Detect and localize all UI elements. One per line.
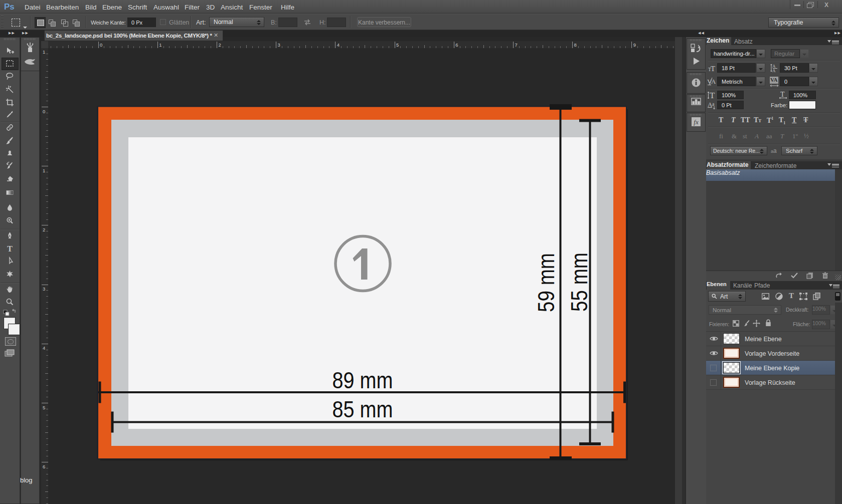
svg-text:7: 7 bbox=[515, 42, 517, 48]
svg-text:T: T bbox=[710, 91, 715, 100]
svg-text:1: 1 bbox=[159, 42, 161, 48]
svg-text:85 mm: 85 mm bbox=[332, 396, 393, 422]
svg-text:3: 3 bbox=[43, 286, 45, 292]
svg-text:2: 2 bbox=[218, 42, 221, 48]
svg-text:4: 4 bbox=[43, 345, 45, 351]
svg-text:89 mm: 89 mm bbox=[332, 367, 393, 393]
svg-text:5: 5 bbox=[396, 42, 399, 48]
svg-text:4: 4 bbox=[337, 42, 340, 48]
svg-text:A: A bbox=[772, 68, 776, 73]
svg-text:6: 6 bbox=[43, 464, 45, 469]
svg-text:59 mm: 59 mm bbox=[533, 253, 559, 312]
svg-text:a: a bbox=[712, 101, 715, 107]
svg-text:9: 9 bbox=[633, 42, 636, 48]
svg-text:5: 5 bbox=[43, 405, 45, 410]
svg-text:1: 1 bbox=[43, 49, 45, 55]
svg-text:6: 6 bbox=[455, 42, 458, 48]
svg-text:8: 8 bbox=[574, 42, 577, 48]
svg-text:0: 0 bbox=[43, 109, 45, 114]
svg-text:2: 2 bbox=[43, 227, 45, 232]
svg-text:T: T bbox=[7, 244, 13, 253]
svg-text:1: 1 bbox=[43, 168, 45, 173]
svg-text:T: T bbox=[711, 65, 715, 72]
svg-text:T: T bbox=[780, 91, 785, 98]
svg-text:fx: fx bbox=[694, 118, 699, 126]
svg-text:0: 0 bbox=[100, 42, 102, 48]
svg-text:55 mm: 55 mm bbox=[566, 253, 592, 312]
svg-text:3: 3 bbox=[278, 42, 280, 48]
